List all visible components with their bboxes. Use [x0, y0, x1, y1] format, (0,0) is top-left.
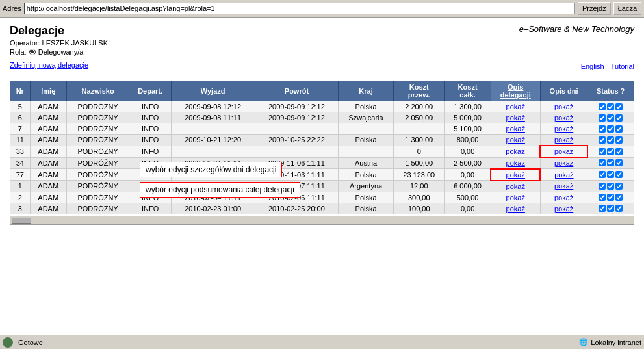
- status-checkbox-2[interactable]: [615, 205, 623, 212]
- cell-opis-del-link[interactable]: pokaż: [506, 194, 525, 201]
- scrollbar-thumb[interactable]: [12, 217, 31, 224]
- cell-opis-del[interactable]: pokaż: [491, 101, 540, 112]
- cell-imie: ADAM: [30, 146, 66, 157]
- cell-kraj: Polska: [339, 203, 393, 214]
- cell-wyjazd: [171, 123, 255, 135]
- status-checkbox-2[interactable]: [615, 103, 623, 110]
- cell-status[interactable]: [587, 157, 634, 169]
- table-row: 77ADAMPODRÓŻNYINFO2009-11-02 11:112009-1…: [10, 169, 634, 181]
- address-input[interactable]: [24, 3, 575, 14]
- cell-opis-del-link[interactable]: pokaż: [506, 183, 525, 190]
- cell-opis-del[interactable]: pokaż: [491, 192, 540, 203]
- cell-opis-dni-link[interactable]: pokaż: [554, 136, 573, 144]
- cell-opis-dni-link[interactable]: pokaż: [554, 159, 573, 167]
- cell-status[interactable]: [587, 181, 634, 192]
- status-checkbox-2[interactable]: [615, 136, 623, 144]
- cell-opis-del-link[interactable]: pokaż: [506, 114, 525, 122]
- status-checkbox-0[interactable]: [599, 205, 606, 212]
- cell-opis-dni-link[interactable]: pokaż: [554, 148, 573, 155]
- status-checkbox-1[interactable]: [607, 183, 614, 190]
- status-checkbox-2[interactable]: [615, 125, 623, 133]
- status-checkbox-1[interactable]: [607, 103, 614, 110]
- cell-opis-dni[interactable]: pokaż: [540, 157, 587, 169]
- checkbox-group: [591, 148, 630, 155]
- status-checkbox-0[interactable]: [599, 136, 606, 144]
- cell-opis-del-link[interactable]: pokaż: [506, 103, 525, 110]
- cell-status[interactable]: [587, 135, 634, 146]
- status-checkbox-2[interactable]: [615, 148, 623, 155]
- cell-opis-dni-link[interactable]: pokaż: [554, 182, 573, 190]
- status-checkbox-2[interactable]: [615, 194, 623, 201]
- cell-opis-dni-link[interactable]: pokaż: [554, 194, 573, 201]
- cell-opis-dni[interactable]: pokaż: [540, 135, 587, 146]
- new-delegation-link[interactable]: Zdefiniuj nową delegacje: [10, 61, 88, 69]
- role-radio[interactable]: [29, 49, 36, 55]
- cell-opis-del[interactable]: pokaż: [491, 146, 540, 157]
- cell-status[interactable]: [587, 123, 634, 135]
- cell-opis-del[interactable]: pokaż: [491, 169, 540, 181]
- cell-opis-del[interactable]: pokaż: [491, 203, 540, 214]
- cell-status[interactable]: [587, 203, 634, 214]
- cell-opis-del-link[interactable]: pokaż: [506, 171, 525, 179]
- status-checkbox-0[interactable]: [599, 103, 606, 110]
- status-checkbox-0[interactable]: [599, 148, 606, 155]
- status-checkbox-0[interactable]: [599, 171, 606, 178]
- status-checkbox-1[interactable]: [607, 171, 614, 178]
- status-checkbox-2[interactable]: [615, 114, 623, 122]
- english-link[interactable]: English: [581, 62, 604, 70]
- cell-opis-del-link[interactable]: pokaż: [506, 148, 524, 155]
- status-checkbox-0[interactable]: [599, 194, 606, 201]
- status-checkbox-0[interactable]: [599, 125, 606, 133]
- cell-opis-del[interactable]: pokaż: [491, 157, 540, 169]
- cell-status[interactable]: [587, 146, 634, 157]
- cell-opis-del-link[interactable]: pokaż: [506, 125, 525, 133]
- status-checkbox-0[interactable]: [599, 159, 606, 166]
- status-checkbox-1[interactable]: [607, 136, 614, 144]
- status-checkbox-2[interactable]: [615, 171, 623, 178]
- col-opis-delegacji[interactable]: Opisdelegacji: [491, 81, 540, 101]
- cell-status[interactable]: [587, 112, 634, 123]
- cell-opis-dni[interactable]: pokaż: [540, 123, 587, 135]
- status-checkbox-2[interactable]: [615, 183, 623, 190]
- cell-opis-dni-link[interactable]: pokaż: [554, 103, 573, 110]
- cell-opis-dni-link[interactable]: pokaż: [554, 171, 573, 179]
- links-button[interactable]: Łącza: [613, 2, 641, 15]
- cell-opis-dni-link[interactable]: pokaż: [554, 205, 573, 213]
- cell-opis-dni[interactable]: pokaż: [540, 192, 587, 203]
- cell-opis-dni-link[interactable]: pokaż: [554, 114, 573, 122]
- status-checkbox-1[interactable]: [607, 205, 614, 212]
- cell-status[interactable]: [587, 169, 634, 181]
- status-checkbox-1[interactable]: [607, 125, 614, 133]
- cell-opis-del[interactable]: pokaż: [491, 123, 540, 135]
- checkbox-group: [591, 103, 630, 110]
- cell-opis-del[interactable]: pokaż: [491, 112, 540, 123]
- cell-nazwisko: PODRÓŻNY: [66, 101, 129, 112]
- cell-status[interactable]: [587, 192, 634, 203]
- cell-opis-dni[interactable]: pokaż: [540, 146, 587, 157]
- status-checkbox-1[interactable]: [607, 159, 614, 166]
- navigate-button[interactable]: Przejdź: [578, 2, 611, 15]
- status-checkbox-0[interactable]: [599, 114, 606, 122]
- address-label: Adres: [3, 5, 21, 12]
- cell-opis-del[interactable]: pokaż: [491, 181, 540, 192]
- status-checkbox-0[interactable]: [599, 183, 606, 190]
- status-checkbox-2[interactable]: [615, 159, 623, 166]
- cell-opis-dni[interactable]: pokaż: [540, 203, 587, 214]
- tutorial-link[interactable]: Tutorial: [611, 62, 634, 70]
- cell-opis-del-link[interactable]: pokaż: [506, 159, 525, 167]
- cell-opis-del-link[interactable]: pokaż: [506, 136, 525, 144]
- table-row: 34ADAMPODRÓŻNYINFO2009-11-04 11:112009-1…: [10, 157, 634, 169]
- cell-opis-dni[interactable]: pokaż: [540, 101, 587, 112]
- cell-depart: INFO: [129, 169, 171, 181]
- horizontal-scrollbar[interactable]: [10, 216, 634, 225]
- cell-opis-dni[interactable]: pokaż: [540, 169, 587, 181]
- status-checkbox-1[interactable]: [607, 114, 614, 122]
- cell-opis-dni[interactable]: pokaż: [540, 112, 587, 123]
- cell-status[interactable]: [587, 101, 634, 112]
- cell-opis-dni[interactable]: pokaż: [540, 181, 587, 192]
- cell-opis-del[interactable]: pokaż: [491, 135, 540, 146]
- cell-opis-dni-link[interactable]: pokaż: [554, 125, 573, 133]
- cell-opis-del-link[interactable]: pokaż: [506, 205, 525, 213]
- status-checkbox-1[interactable]: [607, 148, 614, 155]
- status-checkbox-1[interactable]: [607, 194, 614, 201]
